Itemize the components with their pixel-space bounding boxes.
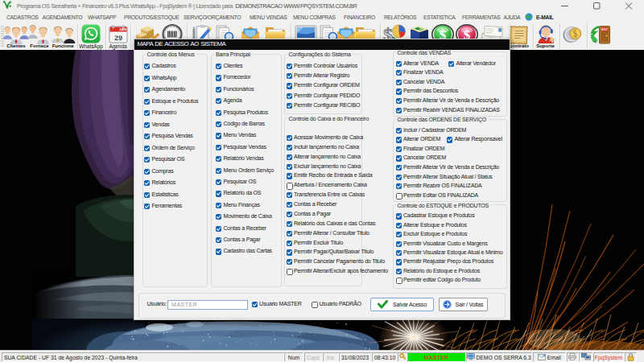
svg-text:29: 29 bbox=[114, 33, 122, 41]
svg-text:EXIT: EXIT bbox=[601, 27, 607, 31]
